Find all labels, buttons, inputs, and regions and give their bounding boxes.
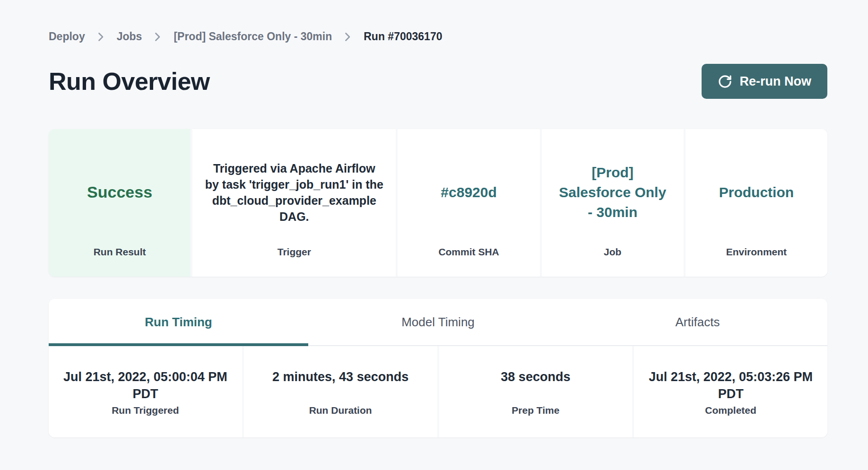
breadcrumb-item-job-name[interactable]: [Prod] Salesforce Only - 30min	[174, 30, 332, 43]
completed-label: Completed	[643, 405, 818, 416]
commit-sha-link[interactable]: #c8920d	[441, 183, 496, 202]
run-triggered-value: Jul 21st, 2022, 05:00:04 PM PDT	[58, 369, 233, 403]
chevron-right-icon	[155, 32, 161, 42]
run-triggered-label: Run Triggered	[58, 405, 233, 416]
trigger-label: Trigger	[192, 246, 396, 258]
page-title: Run Overview	[49, 67, 210, 96]
job-label: Job	[542, 246, 684, 258]
tab-bar: Run Timing Model Timing Artifacts	[49, 299, 827, 346]
tab-run-timing[interactable]: Run Timing	[49, 299, 308, 345]
trigger-description: Triggered via Apache Airflow by task 'tr…	[205, 160, 383, 225]
run-timing-row: Jul 21st, 2022, 05:00:04 PM PDT Run Trig…	[49, 346, 827, 437]
breadcrumb-item-deploy[interactable]: Deploy	[49, 30, 85, 43]
refresh-icon	[718, 74, 732, 89]
page-header: Run Overview Re-run Now	[49, 64, 827, 99]
breadcrumb-item-jobs[interactable]: Jobs	[117, 30, 142, 43]
rerun-now-label: Re-run Now	[740, 74, 812, 89]
run-duration-value: 2 minutes, 43 seconds	[253, 369, 428, 403]
commit-sha-label: Commit SHA	[398, 246, 539, 258]
job-link[interactable]: [Prod] Salesforce Only - 30min	[556, 163, 670, 222]
run-result-status: Success	[87, 181, 152, 204]
breadcrumb: Deploy Jobs [Prod] Salesforce Only - 30m…	[49, 30, 827, 43]
prep-time-card: 38 seconds Prep Time	[439, 346, 633, 437]
rerun-now-button[interactable]: Re-run Now	[702, 64, 828, 99]
chevron-right-icon	[345, 32, 351, 42]
run-duration-label: Run Duration	[253, 405, 428, 416]
completed-value: Jul 21st, 2022, 05:03:26 PM PDT	[643, 369, 818, 403]
environment-label: Environment	[686, 246, 827, 258]
environment-link[interactable]: Production	[719, 183, 794, 202]
run-result-card: Success Run Result	[49, 129, 191, 277]
tab-model-timing[interactable]: Model Timing	[308, 299, 568, 345]
breadcrumb-item-run-number: Run #70036170	[364, 30, 442, 43]
completed-card: Jul 21st, 2022, 05:03:26 PM PDT Complete…	[634, 346, 827, 437]
prep-time-label: Prep Time	[449, 405, 623, 416]
tab-artifacts[interactable]: Artifacts	[568, 299, 827, 345]
run-triggered-card: Jul 21st, 2022, 05:00:04 PM PDT Run Trig…	[49, 346, 242, 437]
commit-sha-card: #c8920d Commit SHA	[398, 129, 539, 277]
environment-card: Production Environment	[686, 129, 827, 277]
chevron-right-icon	[98, 32, 104, 42]
run-summary-row: Success Run Result Triggered via Apache …	[49, 129, 827, 277]
prep-time-value: 38 seconds	[449, 369, 623, 403]
trigger-card: Triggered via Apache Airflow by task 'tr…	[192, 129, 396, 277]
job-card: [Prod] Salesforce Only - 30min Job	[542, 129, 684, 277]
run-duration-card: 2 minutes, 43 seconds Run Duration	[244, 346, 437, 437]
run-detail-panel: Run Timing Model Timing Artifacts Jul 21…	[49, 299, 827, 437]
run-result-label: Run Result	[49, 246, 191, 258]
